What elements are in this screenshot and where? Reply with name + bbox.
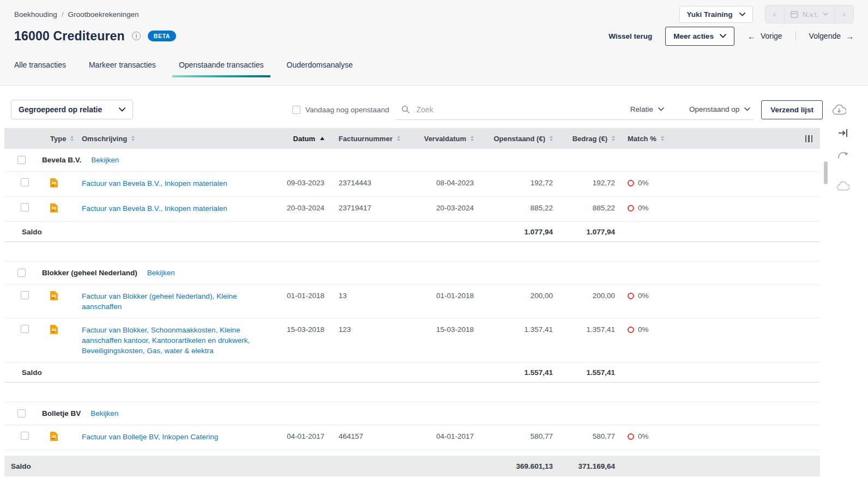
match-zero-ring-icon xyxy=(628,180,634,186)
breadcrumb-item-boekhouding[interactable]: Boekhouding xyxy=(14,10,57,19)
verzend-lijst-button[interactable]: Verzend lijst xyxy=(761,100,823,119)
cell-datum: 15-03-2018 xyxy=(264,318,324,341)
transaction-row: Factuur van Bevela B.V., Inkopen materia… xyxy=(4,197,820,222)
volgende-link[interactable]: Volgende → xyxy=(809,32,854,41)
download-cloud-icon[interactable] xyxy=(832,104,846,115)
match-zero-ring-icon xyxy=(628,433,634,440)
group-bekijken-link[interactable]: Bekijken xyxy=(91,156,119,164)
match-zero-ring-icon xyxy=(628,326,634,333)
tab-ouderdomsanalyse[interactable]: Ouderdomsanalyse xyxy=(287,60,353,77)
grand-total-row: Saldo 369.601,13 371.169,64 xyxy=(4,456,820,476)
wissel-terug-link[interactable]: Wissel terug xyxy=(608,32,652,40)
grand-total-bedrag: 371.169,64 xyxy=(553,462,615,470)
openstaand-op-filter-label: Openstaand op xyxy=(689,105,739,113)
row-checkbox[interactable] xyxy=(21,291,29,299)
transaction-link[interactable]: Factuur van Bevela B.V., Inkopen materia… xyxy=(82,178,227,189)
column-settings-icon[interactable] xyxy=(805,135,813,142)
column-header-type[interactable]: Type xyxy=(46,135,70,143)
vorige-label: Vorige xyxy=(761,32,782,40)
meer-acties-button[interactable]: Meer acties xyxy=(665,27,734,46)
invoice-icon xyxy=(50,181,58,189)
transaction-link[interactable]: Factuur van Blokker, Schoonmaakkosten, K… xyxy=(82,325,250,356)
row-checkbox[interactable] xyxy=(21,325,29,333)
cell-datum: 01-01-2018 xyxy=(264,285,324,307)
tab-alle-transacties[interactable]: Alle transacties xyxy=(14,60,66,77)
group-by-dropdown[interactable]: Gegroepeerd op relatie xyxy=(11,100,133,119)
match-value: 0% xyxy=(638,432,649,441)
column-header-match[interactable]: Match % xyxy=(615,135,675,143)
row-checkbox[interactable] xyxy=(21,178,29,186)
record-prev-button[interactable]: ‹ xyxy=(765,5,784,23)
cell-bedrag: 200,00 xyxy=(553,285,615,307)
row-checkbox[interactable] xyxy=(21,203,29,211)
today-open-checkbox[interactable] xyxy=(292,106,300,114)
sort-icon xyxy=(661,136,664,141)
group-checkbox[interactable] xyxy=(17,409,26,418)
invoice-icon xyxy=(50,294,58,302)
collapse-panel-icon[interactable] xyxy=(838,129,848,137)
openstaand-op-filter-dropdown[interactable]: Openstaand op xyxy=(688,103,751,116)
cell-match: 0% xyxy=(615,318,675,341)
chevron-down-icon xyxy=(658,107,664,111)
cell-match: 0% xyxy=(615,285,675,307)
transaction-row: Factuur van Bevela B.V., Inkopen materia… xyxy=(4,172,820,197)
group-checkbox[interactable] xyxy=(17,156,26,164)
search-input[interactable] xyxy=(415,105,606,114)
transaction-link[interactable]: Factuur van Blokker (geheel Nederland), … xyxy=(82,291,250,312)
group-bekijken-link[interactable]: Bekijken xyxy=(91,409,118,418)
vorige-link[interactable]: ← Vorige xyxy=(748,32,782,41)
redo-icon[interactable] xyxy=(837,151,848,160)
column-header-bedrag[interactable]: Bedrag (€) xyxy=(553,135,615,143)
chevron-down-icon xyxy=(119,107,125,112)
cell-match: 0% xyxy=(615,197,675,219)
row-checkbox[interactable] xyxy=(21,432,29,440)
column-header-datum[interactable]: Datum xyxy=(264,135,324,143)
record-next-button[interactable]: › xyxy=(835,5,853,23)
vertical-scrollbar-thumb[interactable] xyxy=(824,161,828,184)
saldo-label: Saldo xyxy=(4,228,474,236)
match-value: 0% xyxy=(638,325,649,335)
page-header: Boekhouding / Grootboekrekeningen Yuki T… xyxy=(0,0,868,86)
today-open-label: Vandaag nog openstaand xyxy=(305,106,389,114)
transactions-table: Type Omschrijving Datum Factuurnummer Ve… xyxy=(4,128,820,476)
today-open-filter[interactable]: Vandaag nog openstaand xyxy=(292,106,389,114)
topbar-right: Yuki Training ‹ N.v.t. › xyxy=(679,5,854,23)
transaction-link[interactable]: Factuur van Bolletje BV, Inkopen Caterin… xyxy=(82,432,218,442)
meer-acties-label: Meer acties xyxy=(673,32,714,40)
administration-dropdown[interactable]: Yuki Training xyxy=(679,6,753,23)
column-label: Type xyxy=(50,135,66,143)
column-header-factuurnummer[interactable]: Factuurnummer xyxy=(324,135,406,143)
filter-toolbar: Gegroepeerd op relatie Vandaag nog opens… xyxy=(11,99,846,120)
column-header-openstaand[interactable]: Openstaand (€) xyxy=(474,135,553,143)
administration-label: Yuki Training xyxy=(687,10,733,19)
sort-icon xyxy=(397,136,400,141)
record-select-value: N.v.t. xyxy=(803,10,818,19)
footer-gap xyxy=(4,450,820,456)
tab-markeer-transacties[interactable]: Markeer transacties xyxy=(89,60,156,77)
table-header-row: Type Omschrijving Datum Factuurnummer Ve… xyxy=(4,128,820,149)
info-icon[interactable]: i xyxy=(132,32,141,40)
cloud-icon[interactable] xyxy=(836,181,849,191)
match-zero-ring-icon xyxy=(628,293,634,299)
column-label: Openstaand (€) xyxy=(493,135,545,143)
group-name: Blokker (geheel Nederland) xyxy=(42,269,137,277)
breadcrumb-separator: / xyxy=(62,10,64,19)
group-header-bolletje: Bolletje BV Bekijken xyxy=(4,402,820,425)
cell-openstaand: 1.357,41 xyxy=(474,318,553,341)
group-checkbox[interactable] xyxy=(17,269,26,277)
cell-openstaand: 885,22 xyxy=(474,197,553,219)
cell-bedrag: 192,72 xyxy=(553,172,615,194)
column-header-vervaldatum[interactable]: Vervaldatum xyxy=(406,135,474,143)
breadcrumb-item-grootboekrekeningen[interactable]: Grootboekrekeningen xyxy=(68,10,139,19)
arrow-right-icon: → xyxy=(846,32,854,41)
relatie-filter-dropdown[interactable]: Relatie xyxy=(629,103,665,116)
match-value: 0% xyxy=(638,203,649,213)
tab-openstaande-transacties[interactable]: Openstaande transacties xyxy=(179,60,264,77)
transaction-row: Factuur van Blokker (geheel Nederland), … xyxy=(4,285,820,318)
transaction-link[interactable]: Factuur van Bevela B.V., Inkopen materia… xyxy=(82,203,227,214)
group-bekijken-link[interactable]: Bekijken xyxy=(147,269,175,277)
cell-factuurnummer: 23714443 xyxy=(324,172,406,194)
sort-ascending-icon xyxy=(320,137,324,140)
column-header-omschrijving[interactable]: Omschrijving xyxy=(70,135,264,143)
record-select-dropdown[interactable]: N.v.t. xyxy=(784,5,835,23)
